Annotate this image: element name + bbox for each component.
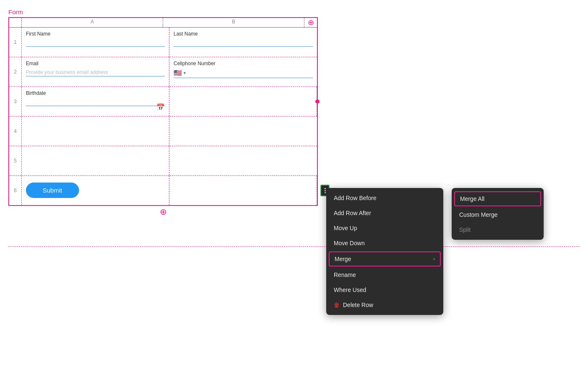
row-number-2: 2 <box>9 57 22 86</box>
submenu-item-custom-merge[interactable]: Custom Merge <box>452 207 544 222</box>
cell-submit: Submit <box>22 176 169 205</box>
split-label: Split <box>459 226 470 233</box>
menu-item-rename[interactable]: Rename <box>326 267 443 282</box>
dot <box>325 188 326 189</box>
birthdate-label: Birthdate <box>26 90 165 96</box>
table-row: 1 First Name Last Name <box>9 28 317 57</box>
dot <box>325 192 326 193</box>
where-used-label: Where Used <box>334 287 366 293</box>
row-number-5: 5 <box>9 146 22 175</box>
cell-5a <box>22 146 169 175</box>
cellphone-label: Cellphone Number <box>174 61 313 66</box>
merge-all-label: Merge All <box>460 195 484 202</box>
menu-item-move-up[interactable]: Move Up <box>326 221 443 236</box>
table-row: 2 Email Cellphone Number 🇺🇸 ▾ <box>9 57 317 87</box>
col-headers: A B ⊕ <box>9 18 317 28</box>
add-column-button[interactable]: ⊕ <box>304 18 317 27</box>
col-header-a: A <box>22 18 163 27</box>
menu-item-add-row-before[interactable]: Add Row Before <box>326 190 443 206</box>
submit-button[interactable]: Submit <box>26 183 79 198</box>
first-name-label: First Name <box>26 31 165 37</box>
menu-item-move-down[interactable]: Move Down <box>326 236 443 251</box>
table-row: 5 <box>9 146 317 176</box>
cell-6b <box>169 176 317 205</box>
add-row-after-label: Add Row After <box>334 210 371 216</box>
context-menu: Add Row Before Add Row After Move Up Mov… <box>326 188 443 315</box>
row-number-1: 1 <box>9 28 22 57</box>
cell-cellphone: Cellphone Number 🇺🇸 ▾ <box>169 57 317 86</box>
submenu-item-merge-all[interactable]: Merge All <box>454 191 541 206</box>
phone-dropdown-arrow[interactable]: ▾ <box>184 71 186 75</box>
calendar-icon: 📅 <box>156 103 165 111</box>
move-up-label: Move Up <box>334 225 357 231</box>
menu-item-merge[interactable]: Merge › <box>329 251 441 266</box>
table-row: 4 <box>9 117 317 146</box>
resize-handle[interactable] <box>315 99 320 104</box>
cell-4a <box>22 117 169 146</box>
form-builder: Form A B ⊕ 1 First Name Last Name 2 <box>8 8 318 217</box>
birthdate-input[interactable] <box>26 98 165 106</box>
flag-icon: 🇺🇸 <box>174 69 182 77</box>
row-number-6: 6 <box>9 176 22 205</box>
cell-5b <box>169 146 317 175</box>
submenu-item-split: Split <box>452 222 544 237</box>
add-row-plus-icon: ⊕ <box>160 207 167 216</box>
cell-birthdate-b <box>169 87 317 116</box>
merge-label: Merge <box>335 256 351 262</box>
custom-merge-label: Custom Merge <box>459 211 498 218</box>
last-name-label: Last Name <box>174 31 313 37</box>
cell-4b <box>169 117 317 146</box>
form-grid: A B ⊕ 1 First Name Last Name 2 Email <box>8 17 318 206</box>
cell-birthdate: Birthdate 📅 <box>22 87 169 116</box>
row-number-4: 4 <box>9 117 22 146</box>
chevron-right-icon: › <box>433 256 435 262</box>
add-row-bottom-button[interactable]: ⊕ <box>8 207 318 217</box>
table-row: 6 Submit <box>9 176 317 205</box>
trash-icon: 🗑 <box>334 302 340 308</box>
delete-row-label: Delete Row <box>343 302 373 308</box>
row-number-header <box>9 18 22 27</box>
cell-email: Email <box>22 57 169 86</box>
menu-item-add-row-after[interactable]: Add Row After <box>326 206 443 221</box>
add-row-before-label: Add Row Before <box>334 195 376 201</box>
move-down-label: Move Down <box>334 240 365 246</box>
cell-first-name: First Name <box>22 28 169 57</box>
table-row: 3 Birthdate 📅 <box>9 87 317 117</box>
form-title: Form <box>8 8 318 15</box>
first-name-input[interactable] <box>26 38 165 47</box>
dashed-separator <box>8 246 580 247</box>
row-number-3: 3 <box>9 87 22 116</box>
email-input[interactable] <box>26 68 165 76</box>
menu-item-where-used[interactable]: Where Used <box>326 282 443 297</box>
submenu: Merge All Custom Merge Split <box>452 188 544 240</box>
last-name-input[interactable] <box>174 38 313 47</box>
dot <box>325 190 326 191</box>
rename-label: Rename <box>334 272 356 278</box>
cell-last-name: Last Name <box>169 28 317 57</box>
menu-item-delete-row[interactable]: 🗑 Delete Row <box>326 297 443 312</box>
col-header-b: B <box>163 18 304 27</box>
phone-field: 🇺🇸 ▾ <box>174 68 313 78</box>
email-label: Email <box>26 61 165 66</box>
